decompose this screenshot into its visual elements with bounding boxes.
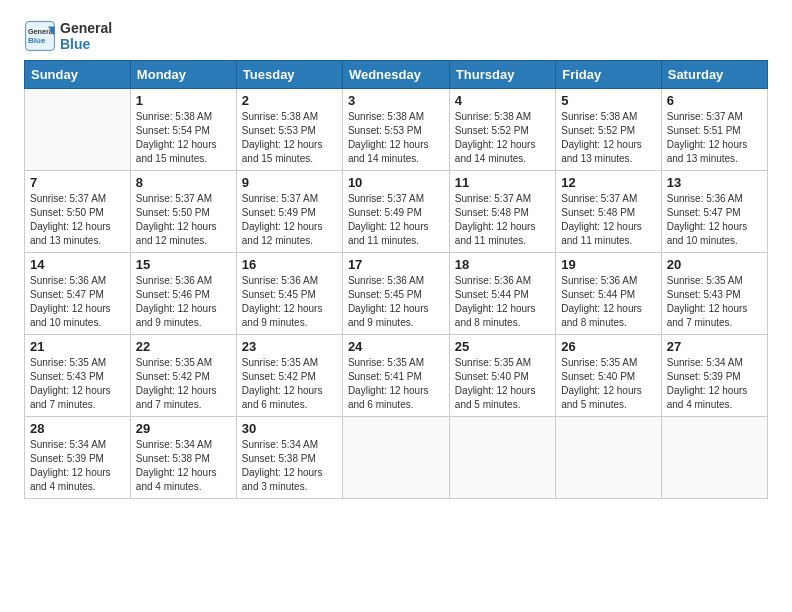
calendar-cell: 16Sunrise: 5:36 AM Sunset: 5:45 PM Dayli… (236, 253, 342, 335)
day-info: Sunrise: 5:35 AM Sunset: 5:42 PM Dayligh… (136, 356, 231, 412)
calendar-week-4: 21Sunrise: 5:35 AM Sunset: 5:43 PM Dayli… (25, 335, 768, 417)
day-info: Sunrise: 5:36 AM Sunset: 5:47 PM Dayligh… (667, 192, 762, 248)
page-header: General Blue General Blue (24, 20, 768, 52)
calendar-cell: 14Sunrise: 5:36 AM Sunset: 5:47 PM Dayli… (25, 253, 131, 335)
calendar-cell (661, 417, 767, 499)
weekday-header-saturday: Saturday (661, 61, 767, 89)
calendar-week-3: 14Sunrise: 5:36 AM Sunset: 5:47 PM Dayli… (25, 253, 768, 335)
calendar-cell: 1Sunrise: 5:38 AM Sunset: 5:54 PM Daylig… (130, 89, 236, 171)
weekday-header-friday: Friday (556, 61, 662, 89)
svg-text:Blue: Blue (28, 36, 46, 45)
calendar-cell: 11Sunrise: 5:37 AM Sunset: 5:48 PM Dayli… (449, 171, 555, 253)
day-number: 19 (561, 257, 656, 272)
day-info: Sunrise: 5:34 AM Sunset: 5:38 PM Dayligh… (136, 438, 231, 494)
calendar-cell: 17Sunrise: 5:36 AM Sunset: 5:45 PM Dayli… (342, 253, 449, 335)
day-info: Sunrise: 5:36 AM Sunset: 5:44 PM Dayligh… (455, 274, 550, 330)
day-number: 25 (455, 339, 550, 354)
day-info: Sunrise: 5:38 AM Sunset: 5:52 PM Dayligh… (455, 110, 550, 166)
day-info: Sunrise: 5:36 AM Sunset: 5:45 PM Dayligh… (242, 274, 337, 330)
logo-text-general: General (60, 20, 112, 36)
calendar-cell: 23Sunrise: 5:35 AM Sunset: 5:42 PM Dayli… (236, 335, 342, 417)
calendar-cell (342, 417, 449, 499)
day-number: 28 (30, 421, 125, 436)
day-number: 10 (348, 175, 444, 190)
calendar-cell: 25Sunrise: 5:35 AM Sunset: 5:40 PM Dayli… (449, 335, 555, 417)
calendar-cell: 19Sunrise: 5:36 AM Sunset: 5:44 PM Dayli… (556, 253, 662, 335)
day-number: 26 (561, 339, 656, 354)
calendar-cell: 5Sunrise: 5:38 AM Sunset: 5:52 PM Daylig… (556, 89, 662, 171)
day-number: 14 (30, 257, 125, 272)
weekday-header-monday: Monday (130, 61, 236, 89)
calendar-week-1: 1Sunrise: 5:38 AM Sunset: 5:54 PM Daylig… (25, 89, 768, 171)
weekday-header-thursday: Thursday (449, 61, 555, 89)
logo: General Blue General Blue (24, 20, 112, 52)
calendar-cell: 9Sunrise: 5:37 AM Sunset: 5:49 PM Daylig… (236, 171, 342, 253)
day-info: Sunrise: 5:36 AM Sunset: 5:47 PM Dayligh… (30, 274, 125, 330)
day-number: 13 (667, 175, 762, 190)
day-info: Sunrise: 5:38 AM Sunset: 5:53 PM Dayligh… (242, 110, 337, 166)
weekday-header-tuesday: Tuesday (236, 61, 342, 89)
calendar-cell: 20Sunrise: 5:35 AM Sunset: 5:43 PM Dayli… (661, 253, 767, 335)
calendar-week-5: 28Sunrise: 5:34 AM Sunset: 5:39 PM Dayli… (25, 417, 768, 499)
calendar-cell: 29Sunrise: 5:34 AM Sunset: 5:38 PM Dayli… (130, 417, 236, 499)
calendar-cell: 28Sunrise: 5:34 AM Sunset: 5:39 PM Dayli… (25, 417, 131, 499)
day-number: 6 (667, 93, 762, 108)
day-info: Sunrise: 5:36 AM Sunset: 5:44 PM Dayligh… (561, 274, 656, 330)
calendar-cell: 6Sunrise: 5:37 AM Sunset: 5:51 PM Daylig… (661, 89, 767, 171)
calendar-cell (25, 89, 131, 171)
calendar-cell: 3Sunrise: 5:38 AM Sunset: 5:53 PM Daylig… (342, 89, 449, 171)
day-number: 7 (30, 175, 125, 190)
calendar-week-2: 7Sunrise: 5:37 AM Sunset: 5:50 PM Daylig… (25, 171, 768, 253)
day-info: Sunrise: 5:37 AM Sunset: 5:49 PM Dayligh… (242, 192, 337, 248)
day-number: 16 (242, 257, 337, 272)
day-info: Sunrise: 5:38 AM Sunset: 5:54 PM Dayligh… (136, 110, 231, 166)
day-info: Sunrise: 5:35 AM Sunset: 5:40 PM Dayligh… (455, 356, 550, 412)
day-info: Sunrise: 5:34 AM Sunset: 5:39 PM Dayligh… (30, 438, 125, 494)
day-number: 9 (242, 175, 337, 190)
day-info: Sunrise: 5:35 AM Sunset: 5:43 PM Dayligh… (667, 274, 762, 330)
day-number: 23 (242, 339, 337, 354)
day-info: Sunrise: 5:34 AM Sunset: 5:38 PM Dayligh… (242, 438, 337, 494)
day-info: Sunrise: 5:36 AM Sunset: 5:45 PM Dayligh… (348, 274, 444, 330)
day-info: Sunrise: 5:37 AM Sunset: 5:48 PM Dayligh… (455, 192, 550, 248)
day-number: 27 (667, 339, 762, 354)
logo-icon: General Blue (24, 20, 56, 52)
day-info: Sunrise: 5:37 AM Sunset: 5:48 PM Dayligh… (561, 192, 656, 248)
day-info: Sunrise: 5:36 AM Sunset: 5:46 PM Dayligh… (136, 274, 231, 330)
calendar-cell: 24Sunrise: 5:35 AM Sunset: 5:41 PM Dayli… (342, 335, 449, 417)
day-number: 24 (348, 339, 444, 354)
day-info: Sunrise: 5:37 AM Sunset: 5:50 PM Dayligh… (136, 192, 231, 248)
logo-text-blue: Blue (60, 36, 112, 52)
day-info: Sunrise: 5:35 AM Sunset: 5:43 PM Dayligh… (30, 356, 125, 412)
calendar-cell: 30Sunrise: 5:34 AM Sunset: 5:38 PM Dayli… (236, 417, 342, 499)
calendar-cell: 13Sunrise: 5:36 AM Sunset: 5:47 PM Dayli… (661, 171, 767, 253)
calendar-cell: 22Sunrise: 5:35 AM Sunset: 5:42 PM Dayli… (130, 335, 236, 417)
day-info: Sunrise: 5:37 AM Sunset: 5:49 PM Dayligh… (348, 192, 444, 248)
day-number: 12 (561, 175, 656, 190)
calendar-cell: 8Sunrise: 5:37 AM Sunset: 5:50 PM Daylig… (130, 171, 236, 253)
calendar-cell: 2Sunrise: 5:38 AM Sunset: 5:53 PM Daylig… (236, 89, 342, 171)
calendar-cell: 21Sunrise: 5:35 AM Sunset: 5:43 PM Dayli… (25, 335, 131, 417)
day-info: Sunrise: 5:35 AM Sunset: 5:42 PM Dayligh… (242, 356, 337, 412)
calendar-cell: 15Sunrise: 5:36 AM Sunset: 5:46 PM Dayli… (130, 253, 236, 335)
calendar-cell: 4Sunrise: 5:38 AM Sunset: 5:52 PM Daylig… (449, 89, 555, 171)
day-number: 30 (242, 421, 337, 436)
day-number: 22 (136, 339, 231, 354)
day-number: 8 (136, 175, 231, 190)
day-number: 5 (561, 93, 656, 108)
day-number: 21 (30, 339, 125, 354)
calendar-cell: 10Sunrise: 5:37 AM Sunset: 5:49 PM Dayli… (342, 171, 449, 253)
day-number: 3 (348, 93, 444, 108)
calendar-cell (556, 417, 662, 499)
day-number: 4 (455, 93, 550, 108)
day-number: 20 (667, 257, 762, 272)
day-number: 17 (348, 257, 444, 272)
day-number: 18 (455, 257, 550, 272)
day-info: Sunrise: 5:38 AM Sunset: 5:53 PM Dayligh… (348, 110, 444, 166)
calendar-cell: 26Sunrise: 5:35 AM Sunset: 5:40 PM Dayli… (556, 335, 662, 417)
calendar-cell: 12Sunrise: 5:37 AM Sunset: 5:48 PM Dayli… (556, 171, 662, 253)
day-number: 15 (136, 257, 231, 272)
day-info: Sunrise: 5:37 AM Sunset: 5:51 PM Dayligh… (667, 110, 762, 166)
weekday-header-sunday: Sunday (25, 61, 131, 89)
calendar-table: SundayMondayTuesdayWednesdayThursdayFrid… (24, 60, 768, 499)
